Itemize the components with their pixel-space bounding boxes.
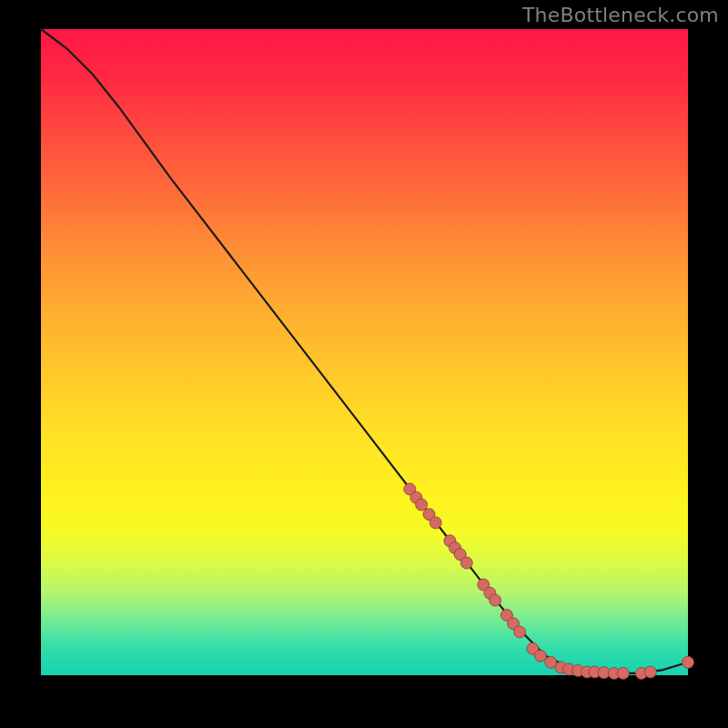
marker-dot (490, 594, 501, 606)
marker-dot (534, 650, 546, 662)
attribution-text: TheBottleneck.com (522, 4, 719, 26)
marker-dot (682, 656, 694, 668)
chart-overlay (41, 29, 688, 675)
marker-dot (430, 517, 441, 529)
plot-area (41, 29, 688, 675)
marker-dot (617, 667, 629, 679)
curve-line (41, 29, 688, 673)
marker-dot (416, 499, 428, 511)
marker-dots (404, 483, 694, 679)
figure: TheBottleneck.com (0, 0, 728, 728)
marker-dot (514, 626, 526, 638)
marker-dot (460, 557, 472, 569)
marker-dot (644, 666, 656, 678)
